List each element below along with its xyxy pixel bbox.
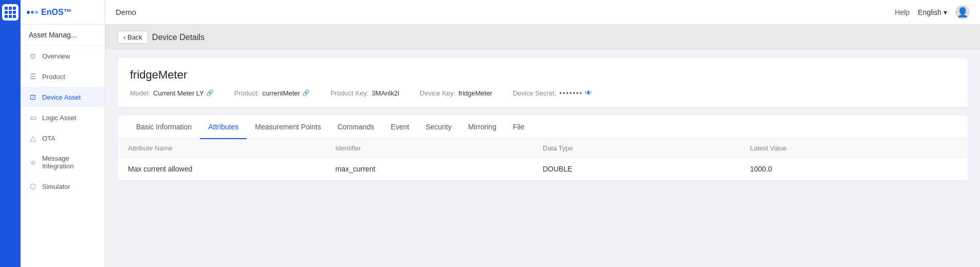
- sidebar-item-device-asset[interactable]: ⊡ Device Asset: [21, 87, 105, 107]
- cell-latest-value: 1000.0: [750, 165, 958, 173]
- col-attribute-name: Attribute Name: [128, 144, 336, 152]
- message-integration-icon: ⌾: [29, 158, 37, 166]
- logo-dots: [27, 11, 38, 14]
- logic-asset-icon: ▭: [29, 113, 37, 122]
- user-avatar[interactable]: 👤: [955, 5, 970, 20]
- page-title: Device Details: [152, 33, 205, 42]
- device-asset-icon: ⊡: [29, 93, 37, 101]
- tab-measurement-points[interactable]: Measurement Points: [247, 116, 329, 139]
- sidebar-item-label: Logic Asset: [42, 114, 77, 122]
- sidebar-item-label: Overview: [42, 52, 70, 60]
- ota-icon: △: [29, 134, 37, 142]
- sidebar-item-label: OTA: [42, 135, 56, 142]
- sidebar-item-product[interactable]: ☰ Product: [21, 66, 105, 87]
- sidebar-item-label: Product: [42, 73, 65, 81]
- back-label: ‹ Back: [123, 33, 142, 41]
- device-secret-value: ••••••• 👁: [559, 89, 592, 97]
- language-selector[interactable]: English ▾: [918, 8, 947, 16]
- breadcrumb-bar: ‹ Back Device Details: [105, 25, 980, 50]
- tab-commands[interactable]: Commands: [329, 116, 383, 139]
- device-secret-label: Device Secret:: [513, 89, 557, 97]
- logo-text: EnOS™: [41, 8, 72, 17]
- col-latest-value: Latest Value: [750, 144, 958, 152]
- device-secret-meta: Device Secret: ••••••• 👁: [513, 89, 592, 97]
- tab-file[interactable]: File: [505, 116, 533, 139]
- app-bar: [0, 0, 21, 267]
- tabs-bar: Basic Information Attributes Measurement…: [118, 116, 968, 139]
- sidebar-item-logic-asset[interactable]: ▭ Logic Asset: [21, 107, 105, 128]
- product-icon: ☰: [29, 72, 37, 81]
- tab-mirroring[interactable]: Mirroring: [460, 116, 505, 139]
- table-row: Max current allowed max_current DOUBLE 1…: [118, 158, 968, 181]
- sidebar-item-ota[interactable]: △ OTA: [21, 128, 105, 148]
- product-label: Product:: [234, 89, 259, 97]
- product-key-label: Product Key:: [330, 89, 368, 97]
- sidebar-item-message-integration[interactable]: ⌾ Message Integration: [21, 148, 105, 176]
- help-link[interactable]: Help: [895, 8, 910, 16]
- sidebar-module-title: Asset Manag...: [21, 25, 105, 46]
- app-bar-logo[interactable]: [2, 4, 19, 21]
- model-label: Model:: [130, 89, 150, 97]
- device-key-label: Device Key:: [420, 89, 455, 97]
- model-value: Current Meter LY 🔗: [153, 89, 214, 97]
- cell-identifier: max_current: [336, 165, 543, 173]
- tab-attributes[interactable]: Attributes: [200, 116, 247, 139]
- back-button[interactable]: ‹ Back: [118, 31, 148, 44]
- top-header: Demo Help English ▾ 👤: [105, 0, 980, 25]
- overview-icon: ⊙: [29, 52, 37, 60]
- secret-dots: •••••••: [559, 89, 583, 97]
- sidebar-item-simulator[interactable]: ⬡ Simulator: [21, 176, 105, 197]
- device-name: fridgeMeter: [130, 68, 955, 82]
- product-key-meta: Product Key: 3MAnlk2i: [330, 89, 399, 97]
- tabs-container: Basic Information Attributes Measurement…: [118, 116, 968, 181]
- product-link-icon[interactable]: 🔗: [302, 89, 310, 97]
- model-link-icon[interactable]: 🔗: [206, 89, 214, 97]
- grid-icon: [5, 7, 16, 18]
- sidebar-item-overview[interactable]: ⊙ Overview: [21, 46, 105, 66]
- table-header: Attribute Name Identifier Data Type Late…: [118, 139, 968, 158]
- simulator-icon: ⬡: [29, 182, 37, 190]
- device-key-meta: Device Key: fridgeMeter: [420, 89, 492, 97]
- attributes-table: Attribute Name Identifier Data Type Late…: [118, 139, 968, 181]
- language-label: English: [918, 8, 941, 16]
- tab-security[interactable]: Security: [417, 116, 460, 139]
- cell-attribute-name: Max current allowed: [128, 165, 336, 173]
- sidebar-item-label: Device Asset: [42, 93, 81, 101]
- app-title: Demo: [116, 8, 136, 16]
- product-key-value: 3MAnlk2i: [372, 89, 399, 97]
- avatar-person-icon: 👤: [957, 7, 968, 18]
- language-arrow: ▾: [944, 8, 947, 16]
- tab-basic-information[interactable]: Basic Information: [128, 116, 200, 139]
- top-header-left: Demo: [116, 8, 136, 16]
- product-meta: Product: currentMeter 🔗: [234, 89, 310, 97]
- device-card: fridgeMeter Model: Current Meter LY 🔗 Pr…: [118, 58, 968, 107]
- sidebar-item-label: Simulator: [42, 183, 70, 190]
- main-content: Demo Help English ▾ 👤 ‹ Back Device Deta…: [105, 0, 980, 267]
- tab-event[interactable]: Event: [382, 116, 417, 139]
- top-header-right: Help English ▾ 👤: [895, 5, 970, 20]
- sidebar: EnOS™ Asset Manag... ⊙ Overview ☰ Produc…: [21, 0, 105, 267]
- device-meta: Model: Current Meter LY 🔗 Product: curre…: [130, 89, 955, 97]
- device-key-value: fridgeMeter: [458, 89, 492, 97]
- col-identifier: Identifier: [336, 144, 543, 152]
- eye-icon[interactable]: 👁: [585, 89, 592, 97]
- model-meta: Model: Current Meter LY 🔗: [130, 89, 214, 97]
- product-value: currentMeter 🔗: [262, 89, 310, 97]
- cell-data-type: DOUBLE: [543, 165, 750, 173]
- col-data-type: Data Type: [543, 144, 750, 152]
- sidebar-logo: EnOS™: [21, 0, 105, 25]
- content-area: ‹ Back Device Details fridgeMeter Model:…: [105, 25, 980, 267]
- sidebar-item-label: Message Integration: [42, 155, 97, 170]
